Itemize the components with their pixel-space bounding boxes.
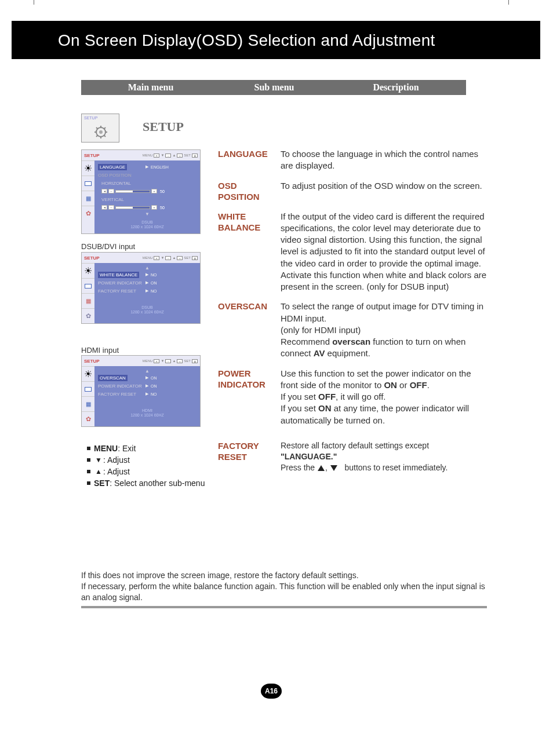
osd1-vert-slider: ◂–+50 bbox=[101, 205, 165, 210]
svg-point-1 bbox=[99, 130, 103, 134]
osd3-footer2: 1280 x 1024 60HZ bbox=[130, 413, 164, 417]
desc-white-balance: If the output of the video card is diffe… bbox=[281, 211, 487, 293]
svg-line-8 bbox=[96, 135, 98, 137]
desc-language: To choose the language in which the cont… bbox=[281, 148, 487, 172]
osd3-fr-val: NO bbox=[151, 392, 157, 396]
svg-line-9 bbox=[104, 127, 105, 129]
gear-icon: ✿ bbox=[86, 415, 91, 423]
grid-icon: ▦ bbox=[86, 195, 91, 202]
svg-line-7 bbox=[104, 135, 105, 137]
triangle-up-icon bbox=[317, 462, 325, 473]
setup-title: SETUP bbox=[143, 119, 184, 134]
banner-title: On Screen Display(OSD) Selection and Adj… bbox=[12, 21, 540, 50]
screen-icon bbox=[85, 181, 92, 186]
triangle-up-icon: ▲ bbox=[95, 468, 102, 476]
legend-menu: MENU bbox=[94, 444, 118, 453]
screen-icon bbox=[85, 284, 92, 288]
legend-up-desc: : Adjust bbox=[103, 467, 130, 476]
svg-line-6 bbox=[96, 127, 98, 129]
svg-marker-11 bbox=[330, 465, 337, 471]
setup-icon-box: SETUP bbox=[81, 114, 119, 143]
legend-menu-desc: : Exit bbox=[118, 444, 136, 453]
gear-icon bbox=[94, 126, 107, 141]
osd3-ov-val: ON bbox=[151, 376, 157, 380]
osd2-footer2: 1280 x 1024 60HZ bbox=[130, 310, 164, 314]
osd1-osdpos-label: OSD POSITION bbox=[98, 173, 145, 178]
osd2-wb-val: NO bbox=[151, 273, 157, 277]
grid-icon: ▦ bbox=[86, 298, 91, 304]
osd2-fr-label: FACTORY RESET bbox=[98, 288, 145, 294]
osd-panel-2: SETUP MENU✕▼–▲+SET▮ ☀ ▦ ✿ ▲ WHITE BALANC… bbox=[81, 252, 201, 324]
input-label-hdmi: HDMI input bbox=[81, 346, 119, 355]
desc-overscan: To select the range of output image for … bbox=[281, 301, 487, 359]
page-number: A16 bbox=[261, 684, 282, 699]
osd3-fr-label: FACTORY RESET bbox=[98, 392, 145, 397]
osd2-fr-val: NO bbox=[151, 289, 157, 293]
legend-set-desc: : Select another sub-menu bbox=[110, 479, 205, 488]
grid-icon: ▦ bbox=[86, 401, 91, 407]
header-main: Main menu bbox=[81, 82, 220, 93]
osd1-horiz-slider: ◂–+50 bbox=[101, 189, 165, 193]
footnote: If this does not improve the screen imag… bbox=[81, 570, 487, 603]
triangle-down-icon: ▼ bbox=[95, 456, 102, 464]
osd3-footer1: HDMI bbox=[142, 408, 152, 412]
brightness-icon: ☀ bbox=[84, 163, 92, 174]
desc-power-indicator: Use this function to set the power indic… bbox=[281, 368, 487, 426]
osd2-pi-label: POWER INDICATOR bbox=[98, 280, 145, 286]
osd-panel-3: SETUP MENU✕▼–▲+SET▮ ☀ ▦ ✿ ▲ OVERSCAN▶ON … bbox=[81, 355, 201, 427]
gear-icon: ✿ bbox=[86, 210, 91, 217]
triangle-down-icon bbox=[330, 462, 338, 473]
osd-panel-1: SETUP MENU✕ ▼– ▲+ SET▮ ☀ ▦ ✿ LANGUAGE▶EN… bbox=[81, 149, 201, 234]
osd1-horiz-label: HORIZONTAL bbox=[101, 181, 136, 186]
osd2-wb-label: WHITE BALANCE bbox=[98, 272, 139, 278]
label-osd-position: OSD POSITION bbox=[218, 180, 281, 203]
divider bbox=[81, 606, 487, 608]
osd3-title: SETUP bbox=[84, 359, 100, 364]
description-column: LANGUAGE To choose the language in which… bbox=[218, 148, 487, 481]
brightness-icon: ☀ bbox=[84, 265, 92, 276]
osd3-pi-label: POWER INDICATOR bbox=[98, 384, 145, 389]
label-factory-reset: FACTORY RESET bbox=[218, 440, 281, 473]
gear-icon: ✿ bbox=[86, 312, 91, 320]
desc-factory-reset: Restore all factory default settings exc… bbox=[281, 440, 487, 473]
osd1-language-val: ENGLISH bbox=[151, 165, 169, 169]
header-sub: Sub menu bbox=[220, 82, 328, 93]
osd3-ov-label: OVERSCAN bbox=[98, 375, 128, 381]
label-power-indicator: POWER INDICATOR bbox=[218, 368, 281, 426]
svg-marker-10 bbox=[318, 465, 325, 471]
brightness-icon: ☀ bbox=[84, 368, 92, 379]
osd1-vert-label: VERTICAL bbox=[101, 197, 136, 202]
osd1-set-btn: SET bbox=[184, 154, 191, 157]
header-desc: Description bbox=[328, 82, 464, 93]
column-headers: Main menu Sub menu Description bbox=[81, 80, 466, 95]
legend-set: SET bbox=[94, 479, 110, 488]
label-white-balance: WHITE BALANCE bbox=[218, 211, 281, 293]
setup-icon-label: SETUP bbox=[82, 114, 119, 120]
legend-down-desc: : Adjust bbox=[103, 455, 130, 465]
osd1-title: SETUP bbox=[84, 153, 100, 158]
label-language: LANGUAGE bbox=[218, 148, 281, 172]
screen-icon bbox=[85, 387, 92, 392]
page-banner: On Screen Display(OSD) Selection and Adj… bbox=[12, 21, 540, 59]
osd3-pi-val: ON bbox=[151, 384, 157, 388]
legend: MENU : Exit ▼ : Adjust ▲ : Adjust SET : … bbox=[87, 443, 205, 489]
osd1-footer2: 1280 x 1024 60HZ bbox=[130, 225, 164, 229]
osd1-menu-btn: MENU bbox=[143, 154, 153, 157]
osd2-footer1: DSUB bbox=[141, 305, 152, 309]
osd1-language-label: LANGUAGE bbox=[98, 164, 127, 170]
osd2-title: SETUP bbox=[84, 255, 100, 261]
input-label-dsub: DSUB/DVI input bbox=[81, 242, 135, 251]
label-overscan: OVERSCAN bbox=[218, 301, 281, 359]
osd2-pi-val: ON bbox=[151, 281, 157, 285]
osd1-footer1: DSUB bbox=[141, 220, 152, 224]
desc-osd-position: To adjust position of the OSD window on … bbox=[281, 180, 487, 203]
